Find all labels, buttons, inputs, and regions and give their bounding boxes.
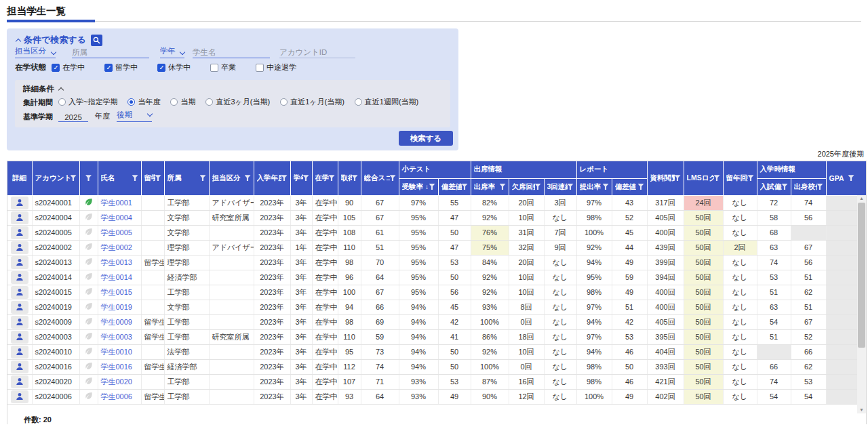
col-header-intl[interactable]: 留学生 [141,161,164,195]
student-name-link[interactable]: 学生0016 [101,363,132,371]
grade-select[interactable]: 学年 [160,46,184,58]
filter-icon[interactable] [429,184,435,190]
filter-icon[interactable] [71,175,77,181]
checkbox-icon[interactable] [256,64,264,72]
filter-icon[interactable] [848,175,854,181]
period-radio[interactable]: 当期 [170,97,195,107]
period-radio[interactable]: 当年度 [127,97,160,107]
detail-button[interactable] [11,361,28,373]
period-radio[interactable]: 入学~指定学期 [58,97,117,107]
detail-button[interactable] [11,226,28,239]
detail-button[interactable] [11,375,28,388]
student-name-link[interactable]: 学生0002 [101,243,132,251]
radio-icon[interactable] [170,98,178,106]
filter-icon[interactable] [200,175,206,181]
filter-icon[interactable] [462,184,468,190]
search-icon-button[interactable] [91,35,102,46]
charge-type-select[interactable]: 担当区分 [15,46,56,58]
period-radio[interactable]: 直近3ヶ月(当期) [205,97,270,107]
checkbox-icon[interactable] [104,64,113,72]
status-checkbox[interactable]: 留学中 [104,62,138,73]
filter-icon[interactable] [748,175,754,181]
student-name-link[interactable]: 学生0014 [101,273,132,281]
filter-icon[interactable] [352,175,358,181]
detail-button[interactable] [11,256,28,269]
filter-icon[interactable] [714,175,720,181]
filter-icon[interactable] [281,175,288,181]
col-header-account[interactable]: アカウント [32,161,79,195]
radio-icon[interactable] [58,98,66,106]
search-button[interactable]: 検索する [399,131,453,146]
filter-icon[interactable] [85,175,92,181]
filter-icon[interactable] [390,175,396,181]
col-header-quiz-dev[interactable]: 偏差値 [438,178,471,195]
filter-icon[interactable] [155,175,161,181]
detail-button[interactable] [11,390,28,403]
radio-icon[interactable] [205,98,213,106]
student-name-input[interactable] [193,48,270,56]
col-header-gpa[interactable]: GPA [826,161,857,195]
col-header-admission[interactable]: 入学年度 [254,161,290,195]
col-header-submit-rate[interactable]: 提出率 [576,178,612,195]
status-checkbox[interactable]: 卒業 [210,62,236,73]
col-header-consec[interactable]: 3回連続欠席 [544,178,576,195]
radio-icon[interactable] [355,98,362,106]
radio-icon[interactable] [280,98,288,106]
detail-button[interactable] [11,316,28,329]
student-name-link[interactable]: 学生0001 [101,199,132,207]
detail-button[interactable] [11,286,28,299]
status-checkbox[interactable]: 休学中 [157,62,191,73]
radio-icon[interactable] [127,98,135,106]
col-header-name[interactable]: 氏名 [98,161,141,195]
account-id-input[interactable] [279,48,355,56]
collapse-chevron-up-icon[interactable] [16,38,21,43]
base-term-year-input[interactable] [58,113,88,122]
period-radio[interactable]: 直近1週間(当期) [355,97,418,107]
scroll-up-arrow-icon[interactable]: ▲ [857,195,866,202]
filter-icon[interactable] [817,184,823,190]
checkbox-icon[interactable] [210,64,218,72]
student-name-link[interactable]: 学生0009 [101,318,132,326]
status-checkbox[interactable]: 在学中 [52,62,85,73]
sort-desc-icon[interactable]: ↓ [425,183,429,190]
col-header-grade[interactable]: 学年 [290,161,312,195]
affiliation-input[interactable] [72,48,149,56]
filter-icon[interactable] [675,175,681,181]
col-header-credits[interactable]: 取得単位 [338,161,361,195]
period-radio[interactable]: 直近1ヶ月(当期) [280,97,344,107]
student-name-link[interactable]: 学生0013 [101,258,132,266]
filter-icon[interactable] [132,175,138,181]
col-header-exam-dev[interactable]: 入試偏差値 [757,178,791,195]
scroll-down-arrow-icon[interactable]: ▼ [857,407,866,413]
search-panel-title[interactable]: 条件で検索する [24,34,86,46]
detail-button[interactable] [11,346,28,359]
filter-icon[interactable] [535,184,541,190]
col-header-lms[interactable]: LMSログイン [684,161,723,195]
scrollbar-thumb[interactable] [858,203,865,348]
student-name-link[interactable]: 学生0005 [101,228,132,237]
collapse-chevron-up-icon[interactable] [58,87,64,93]
filter-icon[interactable] [638,184,644,190]
col-header-views[interactable]: 資料閲覧回数 [647,161,684,195]
col-header-status[interactable]: 在学状態 [312,161,338,195]
checkbox-icon[interactable] [157,64,165,72]
student-name-link[interactable]: 学生0003 [101,333,132,341]
filter-icon[interactable] [245,175,251,181]
student-name-link[interactable]: 学生0019 [101,303,132,311]
detail-button[interactable] [11,271,28,284]
col-header-report-dev[interactable]: 偏差値 [612,178,647,195]
filter-icon[interactable] [329,175,335,181]
filter-icon[interactable] [303,175,309,181]
student-name-link[interactable]: 学生0004 [101,213,132,222]
detail-button[interactable] [11,241,28,254]
col-header-repeat[interactable]: 留年回数 [723,161,757,195]
base-term-select[interactable]: 後期 [117,110,152,122]
col-header-score[interactable]: 総合スコア [361,161,399,195]
student-name-link[interactable]: 学生0010 [101,348,132,356]
detail-button[interactable] [11,331,28,344]
status-checkbox[interactable]: 中途退学 [256,62,296,73]
detail-button[interactable] [11,211,28,224]
student-name-link[interactable]: 学生0006 [101,392,132,401]
filter-icon[interactable] [568,184,574,190]
col-header-dept[interactable]: 所属 [164,161,209,195]
